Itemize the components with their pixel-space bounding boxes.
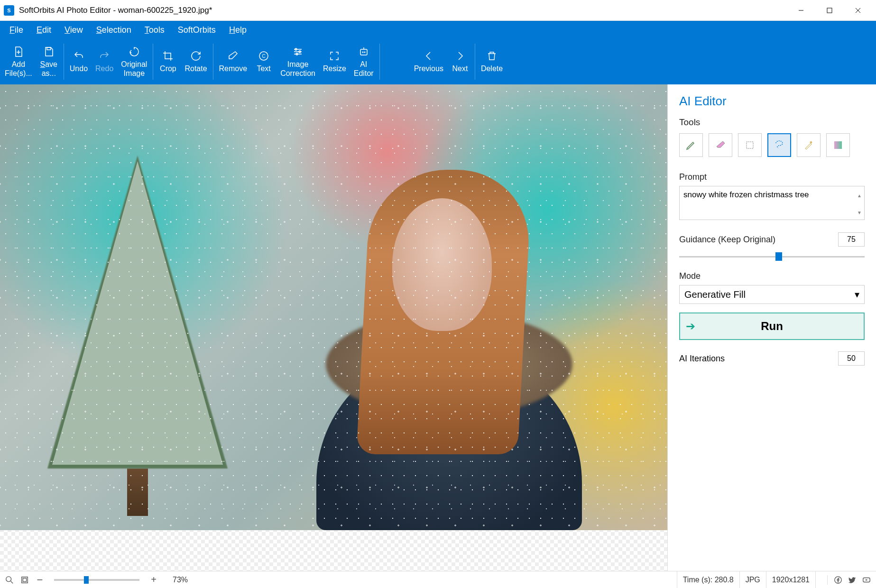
run-arrow-icon: ➔ [686, 320, 695, 333]
status-format: JPG [739, 571, 766, 588]
panel-title: AI Editor [679, 94, 865, 109]
save-as-button[interactable]: Saveas... [36, 39, 62, 84]
next-button[interactable]: Next [447, 39, 473, 84]
svg-rect-20 [834, 141, 842, 149]
svg-point-17 [364, 51, 365, 53]
previous-button[interactable]: Previous [410, 39, 447, 84]
window-title: SoftOrbits AI Photo Editor - woman-60022… [19, 6, 787, 15]
redo-icon [98, 50, 111, 62]
mode-select[interactable]: Generative Fill ▾ [679, 285, 865, 304]
app-icon: S [4, 5, 14, 16]
facebook-icon[interactable] [833, 575, 843, 585]
close-button[interactable] [844, 0, 872, 21]
menu-softorbits[interactable]: SoftOrbits [171, 22, 222, 38]
prompt-spin-up[interactable]: ▲ [855, 187, 864, 204]
crop-button[interactable]: Crop [155, 39, 181, 84]
main-area: AI Editor Tools Prompt ▲▼ Guidance (Keep… [0, 84, 876, 571]
svg-rect-6 [47, 47, 51, 50]
mode-value: Generative Fill [684, 289, 746, 300]
toolbar: Add File(s)... Saveas... Undo Redo Origi… [0, 39, 876, 84]
chevron-down-icon: ▾ [855, 289, 859, 300]
zoom-fit-icon[interactable] [20, 575, 29, 585]
menu-selection[interactable]: Selection [90, 22, 138, 38]
menu-help[interactable]: Help [222, 22, 253, 38]
iterations-input[interactable] [838, 351, 865, 366]
svg-point-21 [6, 576, 11, 581]
save-icon [43, 46, 55, 58]
menu-tools[interactable]: Tools [138, 22, 171, 38]
prompt-input[interactable] [679, 186, 865, 220]
maximize-button[interactable] [815, 0, 844, 21]
zoom-text: 73% [173, 576, 188, 584]
mode-label: Mode [679, 271, 865, 281]
tool-magic-wand[interactable] [797, 133, 821, 157]
svg-line-22 [11, 581, 13, 583]
tool-marquee[interactable] [738, 133, 762, 157]
run-button[interactable]: ➔ Run [679, 312, 865, 340]
revert-icon [128, 46, 140, 58]
svg-rect-1 [827, 8, 832, 13]
svg-rect-24 [23, 578, 26, 581]
delete-button[interactable]: Delete [477, 39, 507, 84]
tool-eraser[interactable] [709, 133, 732, 157]
zoom-out-icon[interactable]: − [35, 575, 45, 585]
trash-icon [486, 50, 498, 62]
guidance-input[interactable] [838, 232, 865, 247]
menu-bar: File Edit View Selection Tools SoftOrbit… [0, 21, 876, 39]
prompt-spin-down[interactable]: ▼ [855, 204, 864, 221]
canvas-area[interactable] [0, 84, 667, 571]
remove-button[interactable]: Remove [215, 39, 251, 84]
redo-button: Redo [92, 39, 117, 84]
ai-editor-button[interactable]: AI Editor [350, 39, 378, 84]
twitter-icon[interactable] [848, 575, 857, 585]
resize-button[interactable]: Resize [319, 39, 350, 84]
info-icon[interactable] [815, 571, 827, 588]
status-bar: − + 73% Time (s): 280.8 JPG 1920x1281 [0, 571, 876, 588]
svg-point-16 [362, 51, 363, 53]
svg-text:C: C [262, 54, 266, 59]
rotate-icon [190, 50, 202, 62]
previous-icon [423, 50, 435, 62]
svg-rect-15 [360, 49, 367, 55]
text-button[interactable]: C Text [251, 39, 277, 84]
eraser-icon [227, 50, 239, 62]
add-file-icon [12, 46, 25, 58]
zoom-slider-thumb[interactable] [84, 576, 89, 584]
prompt-label: Prompt [679, 172, 865, 182]
menu-view[interactable]: View [58, 22, 90, 38]
title-bar: S SoftOrbits AI Photo Editor - woman-600… [0, 0, 876, 21]
original-image-button[interactable]: Original Image [117, 39, 151, 84]
undo-button[interactable]: Undo [66, 39, 92, 84]
image-correction-button[interactable]: Image Correction [277, 39, 319, 84]
next-icon [454, 50, 466, 62]
zoom-in-icon[interactable]: + [149, 575, 158, 585]
add-files-button[interactable]: Add File(s)... [1, 39, 36, 84]
guidance-slider[interactable] [679, 252, 865, 261]
iterations-label: AI Iterations [679, 354, 725, 364]
svg-rect-23 [22, 577, 28, 583]
minimize-button[interactable] [787, 0, 815, 21]
undo-icon [73, 50, 85, 62]
status-time: Time (s): 280.8 [677, 571, 739, 588]
resize-icon [328, 50, 341, 62]
youtube-icon[interactable] [862, 575, 871, 585]
menu-file[interactable]: File [3, 22, 30, 38]
status-dimensions: 1920x1281 [766, 571, 815, 588]
sliders-icon [292, 46, 304, 58]
tool-lasso[interactable] [767, 133, 791, 157]
tool-pencil[interactable] [679, 133, 703, 157]
zoom-slider[interactable] [54, 579, 139, 581]
tools-label: Tools [679, 117, 865, 128]
subject-woman [259, 122, 620, 530]
guidance-slider-thumb[interactable] [775, 252, 782, 261]
tool-gradient[interactable] [826, 133, 850, 157]
run-label: Run [680, 320, 864, 333]
ai-icon [358, 46, 370, 58]
rotate-button[interactable]: Rotate [181, 39, 211, 84]
crop-icon [162, 50, 174, 62]
menu-edit[interactable]: Edit [30, 22, 58, 38]
ai-editor-panel: AI Editor Tools Prompt ▲▼ Guidance (Keep… [667, 84, 876, 571]
svg-rect-19 [747, 142, 753, 148]
text-icon: C [258, 50, 270, 62]
zoom-actual-icon[interactable] [5, 575, 14, 585]
